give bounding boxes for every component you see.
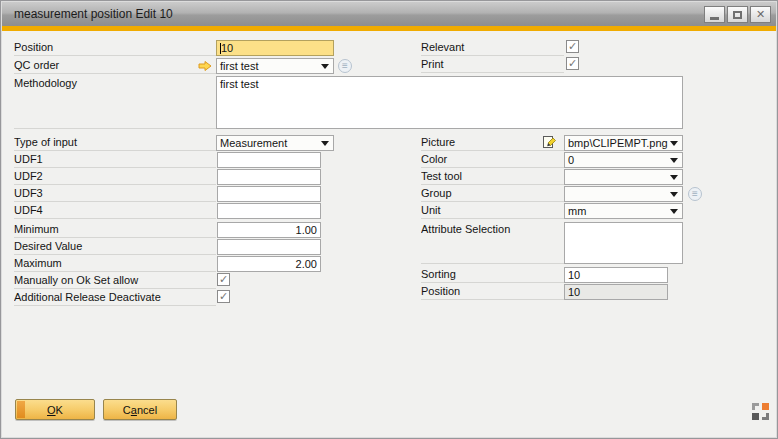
- sorting-input[interactable]: 10: [564, 267, 668, 283]
- qc-order-dropdown[interactable]: first test: [216, 58, 334, 74]
- minimize-icon: [710, 17, 719, 20]
- minimum-input[interactable]: 1.00: [217, 222, 321, 238]
- type-of-input-label: Type of input: [14, 135, 216, 151]
- corner-bracket-top-left: [752, 403, 759, 410]
- window-title: measurement position Edit 10: [14, 7, 173, 21]
- check-icon: ✓: [219, 273, 228, 285]
- maximum-label: Maximum: [14, 256, 216, 272]
- position-readonly-label: Position: [421, 284, 564, 300]
- measurement-position-dialog: measurement position Edit 10 ✕ Position …: [0, 0, 778, 439]
- corner-bracket-bottom-right: [762, 413, 769, 420]
- ok-button[interactable]: OK: [15, 399, 95, 420]
- additional-release-label: Additional Release Deactivate: [14, 290, 216, 306]
- check-icon: ✓: [568, 57, 577, 69]
- window-controls: ✕: [704, 6, 771, 23]
- choose-from-list-icon[interactable]: ≡: [338, 59, 352, 73]
- udf3-label: UDF3: [14, 186, 216, 202]
- group-label: Group: [421, 186, 564, 202]
- position-label: Position: [14, 40, 216, 56]
- udf4-label: UDF4: [14, 203, 216, 219]
- position-input[interactable]: 10: [216, 40, 334, 56]
- attribute-selection-label: Attribute Selection: [421, 222, 564, 264]
- type-of-input-dropdown[interactable]: Measurement: [216, 135, 334, 151]
- unit-label: Unit: [421, 203, 564, 219]
- picture-edit-icon[interactable]: [542, 134, 557, 151]
- default-button-indicator: [17, 401, 25, 418]
- dropdown-arrow-icon: [321, 141, 329, 146]
- attribute-selection-textarea[interactable]: [564, 222, 683, 264]
- relevant-checkbox[interactable]: ✓: [566, 40, 579, 53]
- maximize-icon: [733, 11, 742, 19]
- maximize-button[interactable]: [727, 6, 748, 23]
- form-settings-icon[interactable]: [752, 403, 769, 420]
- minimum-label: Minimum: [14, 222, 216, 238]
- dropdown-arrow-icon: [670, 158, 678, 163]
- minimize-button[interactable]: [704, 6, 725, 23]
- udf1-input[interactable]: [217, 152, 321, 168]
- test-tool-dropdown[interactable]: [564, 169, 683, 185]
- udf1-label: UDF1: [14, 152, 216, 168]
- corner-square-orange: [762, 403, 769, 410]
- udf2-input[interactable]: [217, 169, 321, 185]
- check-icon: ✓: [568, 40, 577, 52]
- close-button[interactable]: ✕: [750, 6, 771, 23]
- dropdown-arrow-icon: [670, 175, 678, 180]
- cancel-button[interactable]: Cancel: [103, 399, 177, 420]
- qc-order-label: QC order: [14, 58, 216, 74]
- position-readonly-input: 10: [564, 284, 668, 300]
- group-dropdown[interactable]: [564, 186, 683, 202]
- udf2-label: UDF2: [14, 169, 216, 185]
- udf4-input[interactable]: [217, 203, 321, 219]
- color-label: Color: [421, 152, 564, 168]
- close-icon: ✕: [756, 9, 765, 20]
- test-tool-label: Test tool: [421, 169, 564, 185]
- dropdown-arrow-icon: [670, 192, 678, 197]
- check-icon: ✓: [219, 290, 228, 302]
- titlebar[interactable]: measurement position Edit 10 ✕: [2, 2, 776, 26]
- accent-line: [2, 26, 776, 31]
- manually-on-ok-checkbox[interactable]: ✓: [217, 273, 230, 286]
- methodology-label: Methodology: [14, 76, 216, 129]
- choose-from-list-icon[interactable]: ≡: [688, 187, 702, 201]
- sorting-label: Sorting: [421, 267, 564, 283]
- unit-dropdown[interactable]: mm: [564, 203, 683, 219]
- link-arrow-icon[interactable]: [198, 60, 212, 74]
- methodology-textarea[interactable]: first test: [216, 76, 683, 129]
- picture-dropdown[interactable]: bmp\CLIPEMPT.png: [564, 135, 683, 151]
- dropdown-arrow-icon: [321, 64, 329, 69]
- udf3-input[interactable]: [217, 186, 321, 202]
- dropdown-arrow-icon: [670, 209, 678, 214]
- maximum-input[interactable]: 2.00: [217, 256, 321, 272]
- color-dropdown[interactable]: 0: [564, 152, 683, 168]
- print-label: Print: [421, 57, 564, 73]
- relevant-label: Relevant: [421, 40, 564, 56]
- print-checkbox[interactable]: ✓: [566, 57, 579, 70]
- corner-square-dark: [752, 413, 759, 420]
- dropdown-arrow-icon: [670, 141, 678, 146]
- desired-value-label: Desired Value: [14, 239, 216, 255]
- manually-on-ok-label: Manually on Ok Set allow: [14, 273, 216, 289]
- additional-release-checkbox[interactable]: ✓: [217, 290, 230, 303]
- desired-value-input[interactable]: [217, 239, 321, 255]
